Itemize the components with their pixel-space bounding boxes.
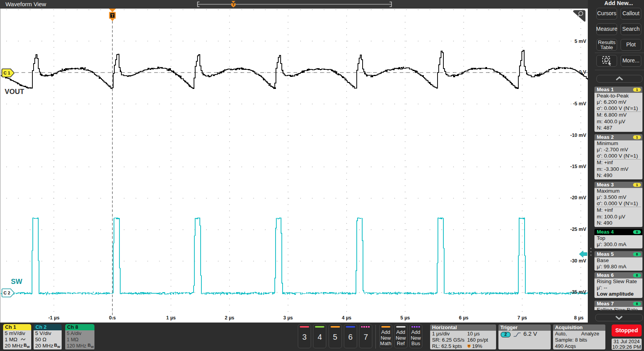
svg-text:T: T (111, 13, 114, 18)
svg-text:T: T (468, 345, 470, 347)
svg-text:C 2: C 2 (4, 291, 10, 295)
svg-text:C 1: C 1 (4, 71, 10, 75)
svg-text:T: T (232, 3, 235, 7)
